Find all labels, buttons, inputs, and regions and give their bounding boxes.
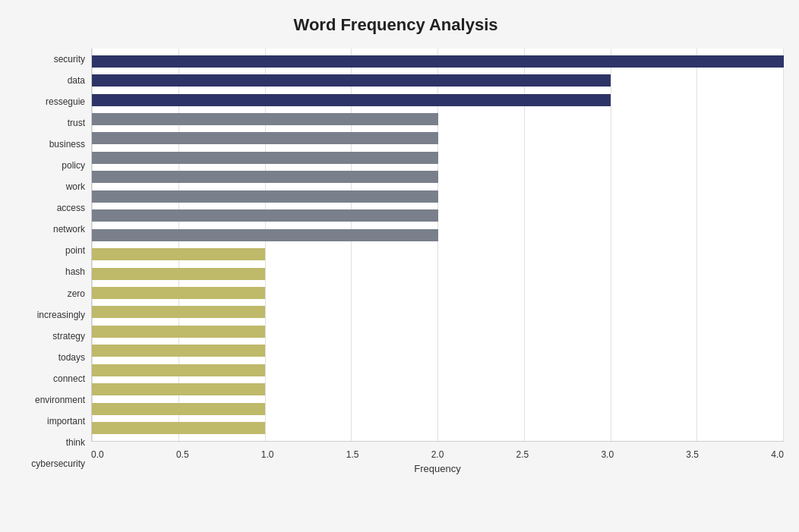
y-label: environment [35, 395, 85, 405]
y-label: network [53, 225, 85, 234]
bar-row [92, 266, 784, 282]
y-label: resseguie [46, 97, 85, 106]
bar [92, 55, 784, 68]
bar-row [92, 324, 784, 339]
y-label: important [47, 417, 85, 426]
bar-row [92, 54, 784, 69]
bar [92, 306, 265, 318]
x-tick-label: 4.0 [771, 449, 784, 460]
y-label: trust [68, 118, 85, 127]
bar-row [92, 363, 784, 378]
y-label: cybersecurity [31, 459, 85, 468]
bars-wrapper [92, 49, 784, 441]
bar [92, 345, 265, 357]
grid-and-bars [91, 49, 784, 442]
y-label: business [49, 140, 85, 149]
x-axis-title: Frequency [91, 463, 784, 474]
bar-row [92, 401, 784, 417]
bar-row [92, 304, 784, 320]
y-label: access [57, 203, 85, 212]
bar-row [92, 208, 784, 223]
bar [92, 383, 265, 395]
bar [92, 229, 438, 241]
x-axis-labels: 0.00.51.01.52.02.53.03.54.0 [91, 445, 784, 460]
bar-row [92, 343, 784, 358]
bar-row [92, 112, 784, 127]
x-tick-label: 1.0 [261, 449, 274, 460]
chart-area: securitydataresseguietrustbusinesspolicy… [8, 49, 784, 474]
bar-row [92, 150, 784, 165]
bar [92, 248, 265, 260]
y-axis-labels: securitydataresseguietrustbusinesspolicy… [8, 49, 91, 474]
bar [92, 171, 438, 183]
x-tick-label: 2.0 [431, 449, 444, 460]
bar-row [92, 228, 784, 243]
bar [92, 209, 438, 222]
bar [92, 74, 611, 87]
y-label: policy [62, 161, 85, 170]
bar [92, 268, 265, 280]
bar-row [92, 73, 784, 88]
y-label: connect [53, 374, 85, 383]
y-label: increasingly [37, 310, 85, 320]
bar-row [92, 93, 784, 108]
x-bottom: 0.00.51.01.52.02.53.03.54.0 Frequency [91, 445, 784, 474]
x-tick-label: 2.5 [516, 449, 529, 460]
chart-title: Word Frequency Analysis [8, 15, 784, 35]
y-label: strategy [52, 332, 85, 341]
y-label: work [66, 182, 85, 191]
chart-container: Word Frequency Analysis securitydataress… [0, 0, 799, 532]
bar [92, 364, 265, 376]
y-label: security [54, 55, 85, 64]
x-tick-label: 0.0 [91, 449, 104, 460]
y-label: data [68, 76, 85, 85]
y-label: think [66, 438, 85, 447]
bar-row [92, 169, 784, 184]
y-label: hash [65, 267, 85, 276]
bars-and-grid: 0.00.51.01.52.02.53.03.54.0 Frequency [91, 49, 784, 474]
bar-row [92, 247, 784, 262]
bar [92, 422, 265, 434]
bar [92, 132, 438, 144]
bar-row [92, 131, 784, 146]
bar [92, 403, 265, 415]
bar-row [92, 420, 784, 436]
bar-row [92, 189, 784, 204]
bar-row [92, 285, 784, 301]
y-label: todays [58, 353, 85, 362]
bar-row [92, 382, 784, 397]
bar [92, 190, 438, 203]
x-tick-label: 3.5 [686, 449, 699, 460]
bar [92, 326, 265, 338]
bar [92, 287, 265, 299]
y-label: zero [68, 289, 85, 298]
bar [92, 113, 438, 125]
x-tick-label: 0.5 [176, 449, 189, 460]
bar [92, 152, 438, 164]
bar [92, 94, 611, 106]
y-label: point [65, 246, 85, 255]
x-tick-label: 1.5 [346, 449, 359, 460]
x-tick-label: 3.0 [601, 449, 614, 460]
